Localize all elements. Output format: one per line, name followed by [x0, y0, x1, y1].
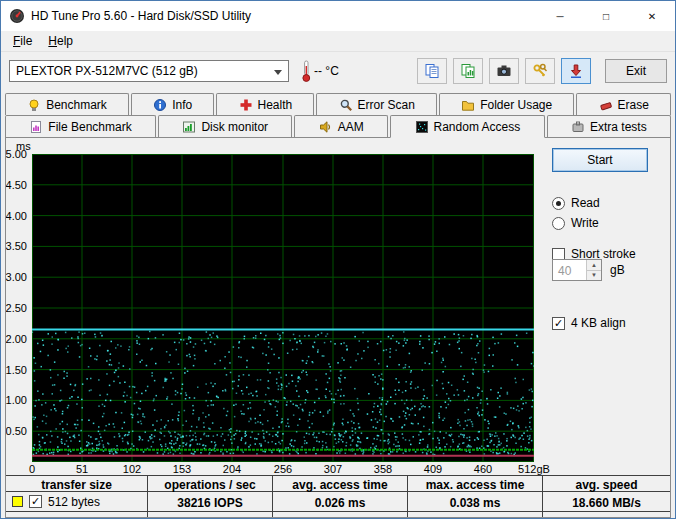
x-tick-label: 256: [274, 463, 292, 475]
table-row-partial: [6, 512, 670, 518]
random-access-page: ms 0.501.001.502.002.503.003.504.004.505…: [5, 137, 671, 518]
toolbar: PLEXTOR PX-512M7VC (512 gB) -- °C Exit: [1, 52, 675, 90]
read-radio[interactable]: Read: [552, 195, 600, 211]
menu-help[interactable]: Help: [40, 32, 81, 50]
y-tick-label: 5.00: [6, 148, 27, 160]
radio-unselected-icon: [552, 217, 565, 230]
copy-text-button[interactable]: [417, 58, 447, 84]
benchmark-icon: [27, 98, 41, 112]
file-benchmark-icon: [29, 120, 43, 134]
license-keys-button[interactable]: [525, 58, 555, 84]
drive-selector[interactable]: PLEXTOR PX-512M7VC (512 gB): [9, 60, 289, 82]
x-tick-label: 512gB: [518, 463, 550, 475]
x-tick-label: 153: [173, 463, 191, 475]
drive-selector-value: PLEXTOR PX-512M7VC (512 gB): [16, 64, 198, 78]
camera-icon: [496, 63, 512, 79]
x-tick-label: 0: [29, 463, 35, 475]
exit-button[interactable]: Exit: [605, 59, 667, 83]
combobox-arrow-icon: [274, 70, 282, 75]
short-stroke-unit-label: gB: [610, 263, 625, 277]
folder-icon: [461, 98, 475, 112]
spinner: ▲ ▼: [586, 260, 601, 280]
copy-text-icon: [424, 63, 440, 79]
health-icon: [239, 98, 253, 112]
tab-erase[interactable]: Erase: [576, 93, 671, 115]
tab-folder-usage[interactable]: Folder Usage: [439, 93, 574, 115]
minimize-button[interactable]: ─: [537, 1, 583, 31]
x-tick-label: 460: [474, 463, 492, 475]
tab-health[interactable]: Health: [216, 93, 314, 115]
copy-image-button[interactable]: [453, 58, 483, 84]
speaker-icon: [319, 120, 333, 134]
y-tick-label: 4.00: [6, 210, 27, 222]
results-table-header: transfer size operations / sec avg. acce…: [6, 475, 670, 492]
copy-image-icon: [460, 63, 476, 79]
disk-monitor-icon: [182, 120, 196, 134]
y-tick-label: 0.50: [6, 425, 27, 437]
titlebar: HD Tune Pro 5.60 - Hard Disk/SSD Utility…: [1, 1, 675, 31]
update-download-button[interactable]: [561, 58, 591, 84]
close-button[interactable]: ✕: [629, 1, 675, 31]
y-tick-label: 4.50: [6, 179, 27, 191]
transfer-size-cell: ✓ 512 bytes: [6, 492, 147, 512]
menu-file[interactable]: File: [5, 32, 40, 50]
spin-down-icon[interactable]: ▼: [587, 271, 601, 281]
results-table: transfer size operations / sec avg. acce…: [6, 475, 670, 518]
x-tick-label: 307: [324, 463, 342, 475]
x-tick-label: 102: [123, 463, 141, 475]
column-header: operations / sec: [147, 475, 272, 492]
maximize-button[interactable]: □: [583, 1, 629, 31]
column-header: max. access time: [407, 475, 542, 492]
toolbar-buttons: [417, 58, 591, 84]
info-icon: [153, 98, 167, 112]
tab-disk-monitor[interactable]: Disk monitor: [158, 115, 292, 137]
series-color-swatch: [12, 496, 23, 507]
checkbox-checked-icon: ✓: [552, 317, 565, 330]
transfer-size-checkbox[interactable]: ✓: [29, 495, 42, 508]
screenshot-button[interactable]: [489, 58, 519, 84]
max-access-time-cell: 0.038 ms: [407, 492, 542, 512]
radio-selected-icon: [552, 197, 565, 210]
keys-icon: [532, 63, 548, 79]
thermometer-icon: [301, 59, 312, 83]
minimize-icon: ─: [556, 11, 563, 22]
start-button[interactable]: Start: [552, 148, 648, 172]
tab-error-scan[interactable]: Error Scan: [316, 93, 437, 115]
y-axis-labels: 0.501.001.502.002.503.003.504.004.505.00: [6, 154, 30, 462]
y-tick-label: 3.00: [6, 271, 27, 283]
column-header: transfer size: [6, 475, 147, 492]
align-checkbox[interactable]: ✓ 4 KB align: [552, 315, 626, 331]
tab-benchmark[interactable]: Benchmark: [5, 93, 129, 115]
tab-file-benchmark[interactable]: File Benchmark: [5, 115, 156, 137]
short-stroke-size-input[interactable]: 40 ▲ ▼: [552, 259, 602, 281]
operations-cell: 38216 IOPS: [147, 492, 272, 512]
window-title: HD Tune Pro 5.60 - Hard Disk/SSD Utility: [31, 9, 251, 23]
table-row: ✓ 512 bytes 38216 IOPS 0.026 ms 0.038 ms…: [6, 492, 670, 512]
tab-extra-tests[interactable]: Extra tests: [547, 115, 671, 137]
tab-info[interactable]: Info: [131, 93, 214, 115]
chart-area: [32, 154, 534, 462]
short-stroke-size-row: 40 ▲ ▼ gB: [552, 259, 625, 281]
access-time-plot: [32, 154, 534, 462]
y-tick-label: 1.00: [6, 394, 27, 406]
x-tick-label: 51: [76, 463, 88, 475]
write-radio[interactable]: Write: [552, 215, 599, 231]
y-tick-label: 3.50: [6, 240, 27, 252]
x-tick-label: 204: [223, 463, 241, 475]
menubar: File Help: [1, 31, 675, 52]
download-arrow-icon: [568, 63, 584, 79]
magnifier-icon: [339, 98, 353, 112]
x-tick-label: 358: [374, 463, 392, 475]
temperature-readout: -- °C: [314, 64, 358, 78]
caption-buttons: ─ □ ✕: [537, 1, 675, 31]
random-access-icon: [415, 120, 429, 134]
y-tick-label: 1.50: [6, 364, 27, 376]
tab-row-2: File Benchmark Disk monitor AAM Random A…: [5, 115, 671, 137]
app-window: HD Tune Pro 5.60 - Hard Disk/SSD Utility…: [0, 0, 676, 519]
tab-random-access[interactable]: Random Access: [390, 115, 544, 138]
tab-aam[interactable]: AAM: [294, 115, 388, 137]
spin-up-icon[interactable]: ▲: [587, 260, 601, 271]
app-icon: [9, 8, 25, 24]
eraser-icon: [599, 98, 613, 112]
column-header: avg. access time: [272, 475, 407, 492]
